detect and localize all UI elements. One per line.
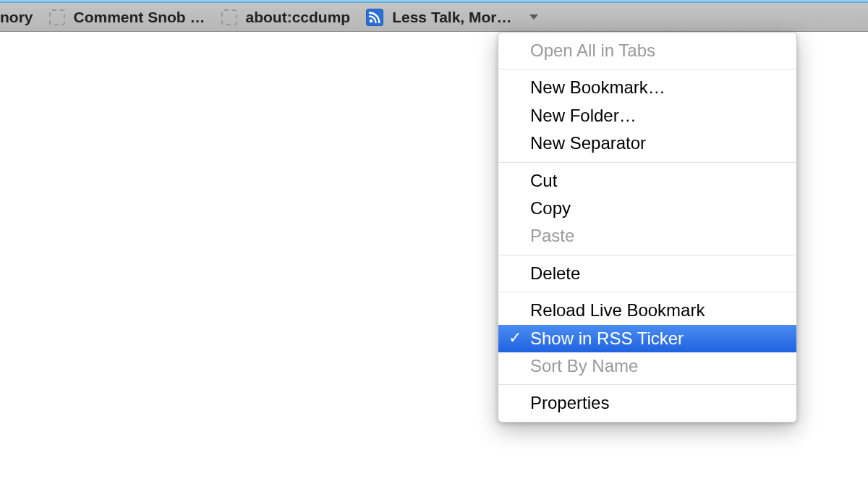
bookmarks-overflow-button[interactable] (522, 14, 545, 20)
menu-properties[interactable]: Properties (498, 389, 796, 417)
bookmark-label: Less Talk, Mor… (392, 9, 511, 26)
menu-item-label: Delete (530, 263, 580, 283)
svg-point-0 (370, 19, 373, 22)
chevron-down-icon (529, 14, 538, 20)
menu-item-label: New Separator (530, 133, 646, 153)
bookmark-item[interactable]: about:ccdump (216, 3, 361, 31)
menu-reload-live-bookmark[interactable]: Reload Live Bookmark (498, 297, 796, 324)
menu-new-separator[interactable]: New Separator (498, 130, 796, 157)
bookmarks-toolbar: nory Comment Snob … about:ccdump Less Ta… (0, 3, 868, 32)
menu-open-all-tabs: Open All in Tabs (498, 37, 796, 64)
bookmark-label: Comment Snob … (74, 9, 205, 26)
menu-item-label: Open All in Tabs (530, 41, 655, 60)
placeholder-icon (221, 9, 237, 25)
bookmark-item-live[interactable]: Less Talk, Mor… (360, 3, 522, 31)
menu-new-folder[interactable]: New Folder… (498, 102, 796, 130)
menu-separator (498, 69, 796, 69)
menu-item-label: New Folder… (530, 106, 637, 125)
menu-paste: Paste (498, 222, 796, 250)
menu-cut[interactable]: Cut (498, 167, 796, 195)
menu-item-label: Copy (530, 198, 571, 218)
bookmark-item[interactable]: nory (0, 3, 43, 31)
menu-item-label: New Bookmark… (530, 77, 665, 97)
menu-separator (498, 292, 796, 292)
rss-icon (366, 9, 383, 26)
menu-delete[interactable]: Delete (498, 260, 796, 287)
menu-item-label: Cut (530, 171, 557, 190)
bookmark-label: nory (0, 9, 33, 26)
bookmark-label: about:ccdump (246, 9, 351, 26)
context-menu: Open All in Tabs New Bookmark… New Folde… (498, 32, 797, 423)
menu-separator (498, 384, 796, 385)
check-icon: ✓ (509, 327, 522, 349)
menu-separator (498, 255, 796, 255)
menu-item-label: Paste (530, 226, 574, 245)
menu-item-label: Show in RSS Ticker (530, 328, 684, 348)
placeholder-icon (49, 9, 65, 25)
menu-new-bookmark[interactable]: New Bookmark… (498, 74, 796, 101)
menu-separator (498, 162, 796, 163)
menu-item-label: Reload Live Bookmark (530, 300, 705, 320)
menu-item-label: Sort By Name (530, 356, 638, 376)
menu-item-label: Properties (530, 393, 609, 412)
bookmark-item[interactable]: Comment Snob … (43, 3, 216, 31)
menu-show-in-rss-ticker[interactable]: ✓ Show in RSS Ticker (498, 325, 796, 352)
menu-sort-by-name: Sort By Name (498, 352, 796, 380)
menu-copy[interactable]: Copy (498, 195, 796, 222)
